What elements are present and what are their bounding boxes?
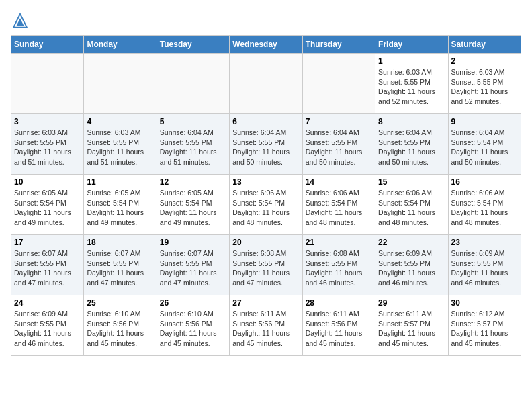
calendar-cell: 17Sunrise: 6:07 AMSunset: 5:55 PMDayligh… <box>11 235 84 295</box>
calendar-cell: 6Sunrise: 6:04 AMSunset: 5:55 PMDaylight… <box>230 114 302 175</box>
calendar-cell: 8Sunrise: 6:04 AMSunset: 5:55 PMDaylight… <box>375 114 448 175</box>
day-info: Sunrise: 6:05 AMSunset: 5:54 PMDaylight:… <box>87 188 153 228</box>
day-info: Sunrise: 6:11 AMSunset: 5:57 PMDaylight:… <box>378 309 445 349</box>
day-info: Sunrise: 6:04 AMSunset: 5:55 PMDaylight:… <box>160 128 226 167</box>
calendar-cell: 23Sunrise: 6:09 AMSunset: 5:55 PMDayligh… <box>448 235 521 295</box>
calendar-cell: 7Sunrise: 6:04 AMSunset: 5:55 PMDaylight… <box>302 114 375 175</box>
calendar-header-thursday: Thursday <box>302 36 375 54</box>
day-info: Sunrise: 6:04 AMSunset: 5:55 PMDaylight:… <box>232 128 299 167</box>
calendar-cell: 1Sunrise: 6:03 AMSunset: 5:55 PMDaylight… <box>375 54 448 114</box>
day-number: 3 <box>14 117 81 126</box>
day-number: 5 <box>160 117 226 126</box>
day-number: 12 <box>160 177 226 187</box>
day-number: 8 <box>378 117 445 126</box>
day-info: Sunrise: 6:04 AMSunset: 5:55 PMDaylight:… <box>306 128 372 167</box>
day-number: 10 <box>14 177 81 187</box>
calendar-cell <box>230 54 302 114</box>
calendar-cell: 20Sunrise: 6:08 AMSunset: 5:55 PMDayligh… <box>230 235 302 295</box>
day-number: 15 <box>378 177 445 187</box>
calendar-cell: 26Sunrise: 6:10 AMSunset: 5:56 PMDayligh… <box>157 295 229 356</box>
calendar-cell: 12Sunrise: 6:05 AMSunset: 5:54 PMDayligh… <box>157 175 229 235</box>
day-number: 19 <box>160 238 226 247</box>
calendar-cell: 14Sunrise: 6:06 AMSunset: 5:54 PMDayligh… <box>302 175 375 235</box>
day-number: 29 <box>378 298 445 308</box>
calendar-cell: 15Sunrise: 6:06 AMSunset: 5:54 PMDayligh… <box>375 175 448 235</box>
day-info: Sunrise: 6:03 AMSunset: 5:55 PMDaylight:… <box>378 67 445 107</box>
calendar-cell: 4Sunrise: 6:03 AMSunset: 5:55 PMDaylight… <box>84 114 157 175</box>
calendar-cell: 27Sunrise: 6:11 AMSunset: 5:56 PMDayligh… <box>230 295 302 356</box>
calendar-week-row: 10Sunrise: 6:05 AMSunset: 5:54 PMDayligh… <box>11 175 521 235</box>
day-number: 11 <box>87 177 153 187</box>
calendar-header-sunday: Sunday <box>11 36 84 54</box>
day-info: Sunrise: 6:11 AMSunset: 5:56 PMDaylight:… <box>306 309 372 349</box>
day-info: Sunrise: 6:09 AMSunset: 5:55 PMDaylight:… <box>378 248 445 288</box>
calendar-cell: 21Sunrise: 6:08 AMSunset: 5:55 PMDayligh… <box>302 235 375 295</box>
day-number: 4 <box>87 117 153 126</box>
calendar-header-row: SundayMondayTuesdayWednesdayThursdayFrid… <box>11 36 521 54</box>
page-header <box>11 11 521 30</box>
calendar-cell: 10Sunrise: 6:05 AMSunset: 5:54 PMDayligh… <box>11 175 84 235</box>
day-info: Sunrise: 6:06 AMSunset: 5:54 PMDaylight:… <box>378 188 445 228</box>
day-number: 18 <box>87 238 153 247</box>
calendar-cell: 22Sunrise: 6:09 AMSunset: 5:55 PMDayligh… <box>375 235 448 295</box>
calendar-cell: 3Sunrise: 6:03 AMSunset: 5:55 PMDaylight… <box>11 114 84 175</box>
calendar-cell: 18Sunrise: 6:07 AMSunset: 5:55 PMDayligh… <box>84 235 157 295</box>
day-number: 22 <box>378 238 445 247</box>
day-info: Sunrise: 6:06 AMSunset: 5:54 PMDaylight:… <box>232 188 299 228</box>
calendar-cell: 19Sunrise: 6:07 AMSunset: 5:55 PMDayligh… <box>157 235 229 295</box>
day-number: 7 <box>306 117 372 126</box>
day-info: Sunrise: 6:08 AMSunset: 5:55 PMDaylight:… <box>306 248 372 288</box>
calendar-week-row: 3Sunrise: 6:03 AMSunset: 5:55 PMDaylight… <box>11 114 521 175</box>
day-info: Sunrise: 6:06 AMSunset: 5:54 PMDaylight:… <box>306 188 372 228</box>
day-number: 30 <box>451 298 518 308</box>
day-info: Sunrise: 6:09 AMSunset: 5:55 PMDaylight:… <box>14 309 81 349</box>
calendar-cell: 13Sunrise: 6:06 AMSunset: 5:54 PMDayligh… <box>230 175 302 235</box>
calendar-cell <box>84 54 157 114</box>
logo-icon <box>11 11 30 30</box>
day-info: Sunrise: 6:03 AMSunset: 5:55 PMDaylight:… <box>87 128 153 167</box>
calendar-header-friday: Friday <box>375 36 448 54</box>
day-info: Sunrise: 6:04 AMSunset: 5:54 PMDaylight:… <box>451 128 518 167</box>
day-number: 27 <box>232 298 299 308</box>
day-number: 28 <box>306 298 372 308</box>
calendar-cell: 16Sunrise: 6:06 AMSunset: 5:54 PMDayligh… <box>448 175 521 235</box>
calendar-cell <box>302 54 375 114</box>
day-info: Sunrise: 6:03 AMSunset: 5:55 PMDaylight:… <box>14 128 81 167</box>
day-number: 20 <box>232 238 299 247</box>
day-info: Sunrise: 6:09 AMSunset: 5:55 PMDaylight:… <box>451 248 518 288</box>
day-number: 21 <box>306 238 372 247</box>
day-info: Sunrise: 6:05 AMSunset: 5:54 PMDaylight:… <box>160 188 226 228</box>
calendar-week-row: 24Sunrise: 6:09 AMSunset: 5:55 PMDayligh… <box>11 295 521 356</box>
calendar-cell: 9Sunrise: 6:04 AMSunset: 5:54 PMDaylight… <box>448 114 521 175</box>
day-number: 6 <box>232 117 299 126</box>
day-info: Sunrise: 6:03 AMSunset: 5:55 PMDaylight:… <box>451 67 518 107</box>
calendar-week-row: 17Sunrise: 6:07 AMSunset: 5:55 PMDayligh… <box>11 235 521 295</box>
day-number: 26 <box>160 298 226 308</box>
calendar-cell <box>11 54 84 114</box>
calendar-header-monday: Monday <box>84 36 157 54</box>
calendar-cell: 11Sunrise: 6:05 AMSunset: 5:54 PMDayligh… <box>84 175 157 235</box>
day-number: 14 <box>306 177 372 187</box>
day-number: 24 <box>14 298 81 308</box>
day-info: Sunrise: 6:07 AMSunset: 5:55 PMDaylight:… <box>87 248 153 288</box>
day-info: Sunrise: 6:04 AMSunset: 5:55 PMDaylight:… <box>378 128 445 167</box>
day-number: 23 <box>451 238 518 247</box>
calendar-cell: 24Sunrise: 6:09 AMSunset: 5:55 PMDayligh… <box>11 295 84 356</box>
day-info: Sunrise: 6:07 AMSunset: 5:55 PMDaylight:… <box>160 248 226 288</box>
calendar-cell: 28Sunrise: 6:11 AMSunset: 5:56 PMDayligh… <box>302 295 375 356</box>
calendar-cell: 29Sunrise: 6:11 AMSunset: 5:57 PMDayligh… <box>375 295 448 356</box>
calendar-cell: 2Sunrise: 6:03 AMSunset: 5:55 PMDaylight… <box>448 54 521 114</box>
calendar-header-saturday: Saturday <box>448 36 521 54</box>
day-info: Sunrise: 6:06 AMSunset: 5:54 PMDaylight:… <box>451 188 518 228</box>
day-info: Sunrise: 6:12 AMSunset: 5:57 PMDaylight:… <box>451 309 518 349</box>
day-number: 9 <box>451 117 518 126</box>
logo <box>11 11 32 30</box>
calendar-cell <box>157 54 229 114</box>
calendar-header-wednesday: Wednesday <box>230 36 302 54</box>
day-number: 13 <box>232 177 299 187</box>
calendar-table: SundayMondayTuesdayWednesdayThursdayFrid… <box>11 35 521 356</box>
calendar-cell: 30Sunrise: 6:12 AMSunset: 5:57 PMDayligh… <box>448 295 521 356</box>
day-info: Sunrise: 6:07 AMSunset: 5:55 PMDaylight:… <box>14 248 81 288</box>
day-info: Sunrise: 6:10 AMSunset: 5:56 PMDaylight:… <box>87 309 153 349</box>
day-info: Sunrise: 6:10 AMSunset: 5:56 PMDaylight:… <box>160 309 226 349</box>
